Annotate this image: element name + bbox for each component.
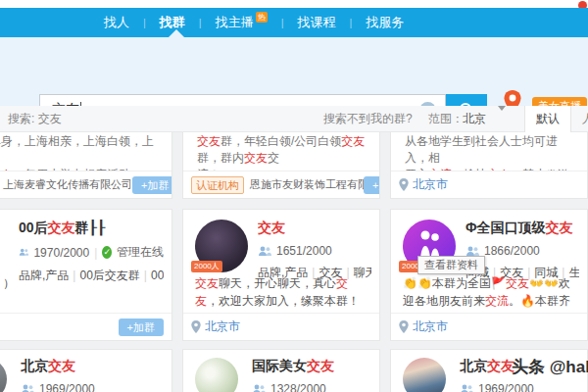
group-location[interactable]: 北京市 xyxy=(191,318,240,335)
card-footer: 北京市 xyxy=(183,313,379,340)
group-location[interactable]: 北京市 xyxy=(399,318,448,335)
scope-city-select[interactable]: 北京 xyxy=(463,106,486,131)
cant-find-group-link[interactable]: 搜索不到我的群? xyxy=(323,106,413,131)
group-title: 交友 xyxy=(258,220,371,237)
group-card[interactable]: 从各地学生到社会人士均可进入，相 开心交流，愉快交友，禁止发送不良… 北京市 xyxy=(390,132,588,199)
group-title: 00后交友群┠┠ xyxy=(19,220,164,237)
join-group-button[interactable]: +加群 xyxy=(132,176,172,194)
member-count: 1969/2000 xyxy=(478,382,534,392)
search-section: 交友 × 美女直播 xyxy=(0,37,588,106)
member-count: 1328/2000 xyxy=(270,382,326,392)
card-footer: 认证机构 恩施市友财装饰工程有限公司 +加群 xyxy=(183,171,379,198)
sort-next-clipped: 人 xyxy=(582,106,588,131)
member-count: 1969/2000 xyxy=(39,382,95,392)
group-meta: 1651/2000 xyxy=(258,244,371,258)
qq-group-search-page: 找人 | 找群 | 找主播热 | 找课程 | 找服务 交友 × 美女直播 搜索:… xyxy=(0,0,588,392)
certified-org-badge: 认证机构 xyxy=(191,176,244,194)
group-title: 北京交友 xyxy=(21,358,164,375)
sort-default-tab[interactable]: 默认 xyxy=(524,106,571,132)
results-grid: 上海单身，上海相亲，上海白领，上海 同城交友。每周末举办相亲活动。每… 上海麦睿… xyxy=(0,132,588,392)
group-description: 👏👏本群为全国🚩交友👐👐欢迎各地朋友前来交流。🔥本群齐聚👉（ xyxy=(403,274,577,312)
join-group-button[interactable]: +加群 xyxy=(364,176,380,194)
tab-find-services[interactable]: 找服务 xyxy=(352,14,417,31)
top-navbar: 找人 | 找群 | 找主播热 | 找课程 | 找服务 xyxy=(0,8,588,37)
members-icon xyxy=(19,247,28,258)
scope-label: 范围： xyxy=(428,106,464,131)
group-avatar xyxy=(195,358,238,392)
company-name: 恩施市友财装饰工程有限公司 xyxy=(250,177,380,192)
top-strip xyxy=(0,0,588,8)
capacity-badge: 2000人 xyxy=(191,261,222,272)
tab-find-courses[interactable]: 找课程 xyxy=(284,14,350,31)
company-name: 上海麦睿文化传播有限公司 xyxy=(3,177,132,192)
member-count: 1651/2000 xyxy=(276,244,332,258)
group-card[interactable]: 00后交友群┠┠ 1970/2000 | ✓ 管理在线 品牌,产品|00后交友群… xyxy=(0,209,172,341)
members-icon xyxy=(21,384,34,392)
group-location[interactable]: 北京市 xyxy=(399,176,448,193)
group-card[interactable]: 2000人 Φ全国口顶级交友 1866/2000 同城|交友|同城|生… 查看群… xyxy=(390,209,588,341)
group-meta: 1970/2000 | ✓ 管理在线 xyxy=(19,244,164,261)
card-body: 国际美女交友 1328/2000 xyxy=(252,358,371,392)
group-title: 国际美女交友 xyxy=(252,358,371,375)
members-icon xyxy=(460,384,473,392)
tab-find-people[interactable]: 找人 xyxy=(90,14,143,31)
group-card[interactable]: 交友群，年轻白领/公司白领交友群，群内交友交 流！ 认证机构 恩施市友财装饰工程… xyxy=(182,132,380,199)
hot-badge: 热 xyxy=(256,12,268,23)
card-footer: 北京市 xyxy=(391,171,587,198)
admin-online-check-icon: ✓ xyxy=(102,246,112,259)
filter-bar: 搜索: 交友 搜索不到我的群? 范围： 北京 默认 人 xyxy=(0,106,588,132)
chevron-down-icon[interactable] xyxy=(498,106,506,111)
group-title: Φ全国口顶级交友 xyxy=(466,220,579,237)
tab-find-streamers[interactable]: 找主播热 xyxy=(202,14,281,31)
group-meta: 1969/2000 xyxy=(460,382,579,392)
group-card[interactable]: 2000人 交友 1651/2000 品牌,产品|交友|聊天|交友聊… 交友聊天… xyxy=(182,209,380,341)
members-icon xyxy=(258,246,271,257)
card-body: 北京交友 1969/2000 xyxy=(21,358,164,392)
members-icon xyxy=(466,246,479,257)
card-body: 交友 1651/2000 品牌,产品|交友|聊天|交友聊… xyxy=(258,220,371,281)
toutiao-watermark: 头条 @halo xyxy=(512,356,588,378)
group-card[interactable]: 国际美女交友 1328/2000 xyxy=(182,349,380,392)
search-keyword-label: 搜索: 交友 xyxy=(8,106,62,131)
members-icon xyxy=(252,384,266,392)
group-description: 交友聊天，开心聊天，真心交友，欢迎大家加入，缘聚本群！ xyxy=(195,274,369,310)
admin-online-label: 管理在线 xyxy=(117,244,164,261)
group-card[interactable]: 上海单身，上海相亲，上海白领，上海 同城交友。每周末举办相亲活动。每… 上海麦睿… xyxy=(0,132,172,199)
member-count: 1970/2000 xyxy=(33,246,89,260)
location-pin-icon xyxy=(399,320,409,333)
card-footer: 北京市 xyxy=(391,313,587,340)
meta-separator: | xyxy=(94,246,97,260)
active-tab-notch xyxy=(169,29,184,37)
view-group-info-tooltip: 查看群资料 xyxy=(417,256,485,274)
group-meta: 1328/2000 xyxy=(252,382,371,392)
card-footer: +加群 xyxy=(0,313,172,340)
group-card[interactable]: 北京交友 1969/2000 xyxy=(0,349,172,392)
card-footer: 上海麦睿文化传播有限公司 +加群 xyxy=(0,171,172,198)
location-pin-icon xyxy=(191,320,201,333)
join-group-button[interactable]: +加群 xyxy=(119,318,164,336)
group-description: ） xyxy=(3,274,162,292)
group-avatar xyxy=(403,358,446,392)
group-meta: 1969/2000 xyxy=(21,382,164,392)
member-count: 1866/2000 xyxy=(484,244,540,258)
location-pin-icon xyxy=(399,178,409,191)
group-avatar xyxy=(0,358,7,392)
